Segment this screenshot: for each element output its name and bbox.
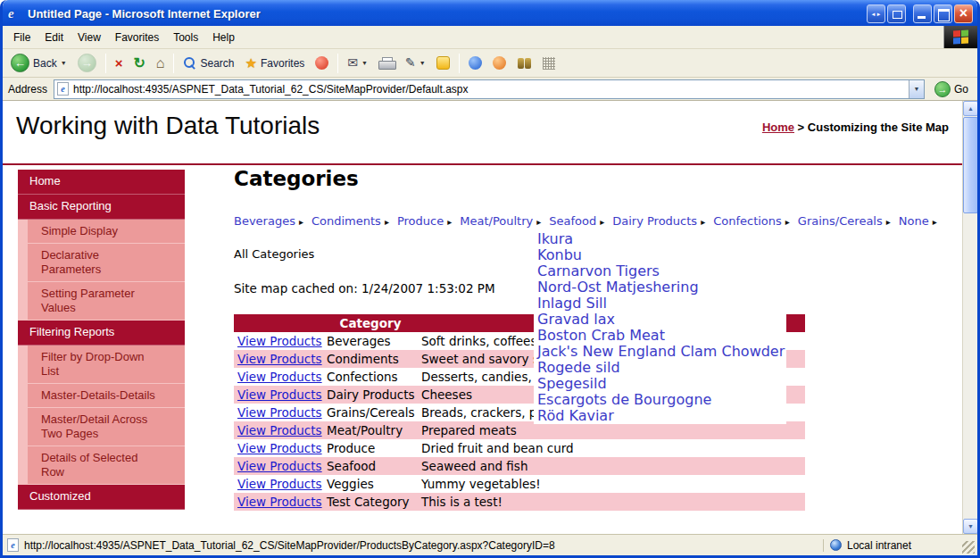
go-button[interactable]: → Go — [931, 81, 972, 97]
toolbar: ← Back ▼ → × ↻ ⌂ Search ★ Favorites ✉ ▼ … — [3, 49, 977, 78]
scroll-up-button[interactable]: ▲ — [963, 101, 977, 116]
breadcrumb-home-link[interactable]: Home — [762, 121, 794, 134]
flyout-item[interactable]: Carnarvon Tigers — [537, 263, 786, 279]
edit-button[interactable]: ✎ ▼ — [401, 54, 430, 72]
sidebar-item-filtering-reports[interactable]: Filtering Reports — [18, 321, 185, 346]
view-products-link[interactable]: View Products — [237, 352, 322, 366]
flyout-item[interactable]: Konbu — [537, 247, 786, 263]
category-menu-link[interactable]: Produce — [397, 214, 444, 228]
address-input[interactable]: e http://localhost:4935/ASPNET_Data_Tuto… — [54, 79, 925, 99]
media-button[interactable] — [488, 54, 511, 72]
view-products-link[interactable]: View Products — [237, 387, 322, 402]
sidebar-item-filter-by-drop-down-list[interactable]: Filter by Drop-Down List — [28, 346, 185, 384]
menu-bar: File Edit View Favorites Tools Help — [3, 26, 977, 49]
view-products-link[interactable]: View Products — [237, 459, 322, 473]
minimize-button[interactable] — [913, 4, 932, 23]
history-button[interactable] — [311, 54, 333, 72]
category-menu-link[interactable]: Grains/Cereals — [798, 214, 883, 228]
category-cell: Meat/Poultry — [323, 421, 418, 439]
view-products-link[interactable]: View Products — [237, 405, 322, 420]
menu-favorites[interactable]: Favorites — [108, 27, 166, 48]
category-menu-link[interactable]: Beverages — [234, 214, 295, 228]
category-menu-item[interactable]: Produce — [397, 214, 452, 228]
sidebar-item-details-of-selected-row[interactable]: Details of Selected Row — [28, 446, 185, 485]
view-products-link[interactable]: View Products — [237, 477, 322, 491]
stop-button[interactable]: × — [111, 54, 128, 72]
category-menu-item[interactable]: Seafood — [549, 214, 604, 228]
scroll-thumb[interactable] — [963, 117, 977, 213]
vertical-scrollbar[interactable]: ▲ ▼ — [962, 101, 977, 534]
menu-edit[interactable]: Edit — [37, 27, 71, 48]
back-dropdown-icon: ▼ — [61, 60, 67, 66]
description-cell: This is a test! — [418, 493, 805, 511]
titlebar-extra-button-2[interactable] — [887, 4, 906, 23]
sidebar-item-customized[interactable]: Customized — [18, 485, 185, 510]
sidebar-item-simple-display[interactable]: Simple Display — [28, 220, 185, 244]
scroll-down-button[interactable]: ▼ — [963, 519, 977, 534]
sidebar-item-master-detail-across-two-pages[interactable]: Master/Detail Across Two Pages — [28, 408, 185, 446]
internet-explorer-icon: e — [8, 7, 22, 21]
resize-grip[interactable] — [962, 541, 975, 554]
flyout-item[interactable]: Ikura — [537, 231, 786, 247]
category-menu-link[interactable]: Condiments — [311, 214, 381, 228]
menu-view[interactable]: View — [71, 27, 108, 48]
category-menu-item[interactable]: None — [899, 214, 937, 228]
search-button[interactable]: Search — [179, 54, 238, 72]
category-menu-link[interactable]: Dairy Products — [612, 214, 697, 228]
maximize-button[interactable] — [934, 4, 952, 23]
category-menu-link[interactable]: None — [899, 214, 929, 228]
category-menu-link[interactable]: Confections — [713, 214, 782, 228]
binoculars-icon — [517, 58, 532, 69]
flyout-item[interactable]: Boston Crab Meat — [537, 328, 786, 344]
category-cell: Veggies — [323, 475, 418, 493]
category-menu-item[interactable]: Confections — [713, 214, 790, 228]
flyout-item[interactable]: Escargots de Bourgogne — [537, 392, 786, 408]
security-zone-panel: Local intranet — [823, 539, 957, 552]
category-menu-item[interactable]: Dairy Products — [612, 214, 705, 228]
back-button[interactable]: ← Back ▼ — [6, 51, 71, 75]
view-products-link[interactable]: View Products — [237, 495, 322, 509]
view-products-link[interactable]: View Products — [237, 441, 322, 455]
mail-button[interactable]: ✉ ▼ — [343, 54, 372, 72]
sidebar-item-master-details-details[interactable]: Master-Details-Details — [28, 384, 185, 408]
close-button[interactable] — [954, 4, 973, 23]
menu-tools[interactable]: Tools — [166, 27, 205, 48]
view-products-link[interactable]: View Products — [237, 334, 322, 348]
category-menu-item[interactable]: Beverages — [234, 214, 303, 228]
find-button[interactable] — [512, 55, 536, 71]
submenu-arrow-icon — [933, 214, 937, 228]
messenger-button[interactable] — [432, 54, 454, 72]
view-products-link[interactable]: View Products — [237, 423, 322, 437]
flyout-item[interactable]: Spegesild — [537, 376, 786, 392]
menu-help[interactable]: Help — [205, 27, 242, 48]
msn-button[interactable] — [464, 54, 486, 72]
menu-file[interactable]: File — [6, 27, 37, 48]
select-grid-button[interactable] — [538, 54, 560, 72]
print-button[interactable] — [374, 54, 399, 72]
favorites-button[interactable]: ★ Favorites — [241, 54, 310, 72]
flyout-item[interactable]: Rogede sild — [537, 360, 786, 376]
flyout-item[interactable]: Gravad lax — [537, 312, 786, 328]
flyout-item[interactable]: Inlagd Sill — [537, 296, 786, 312]
view-products-link[interactable]: View Products — [237, 370, 322, 384]
address-dropdown-button[interactable]: ▼ — [909, 80, 924, 98]
titlebar-extra-button-1[interactable] — [867, 4, 885, 23]
category-menu-item[interactable]: Grains/Cereals — [798, 214, 891, 228]
table-row: View ProductsTest CategoryThis is a test… — [234, 493, 805, 511]
category-menu-item[interactable]: Meat/Poultry — [460, 214, 541, 228]
globe-icon — [830, 539, 842, 551]
refresh-button[interactable]: ↻ — [129, 54, 149, 72]
home-icon: ⌂ — [156, 56, 165, 70]
flyout-item[interactable]: Jack's New England Clam Chowder — [537, 344, 786, 360]
home-button[interactable]: ⌂ — [152, 54, 170, 72]
forward-button[interactable]: → — [73, 51, 101, 75]
sidebar-item-declarative-parameters[interactable]: Declarative Parameters — [28, 244, 185, 282]
flyout-item[interactable]: Nord-Ost Matjeshering — [537, 279, 786, 296]
sidebar-item-basic-reporting[interactable]: Basic Reporting — [18, 195, 185, 220]
sidebar-item-setting-parameter-values[interactable]: Setting Parameter Values — [28, 282, 185, 321]
category-menu-link[interactable]: Seafood — [549, 214, 596, 228]
flyout-item[interactable]: Röd Kaviar — [537, 408, 786, 424]
category-menu-item[interactable]: Condiments — [311, 214, 389, 228]
sidebar-item-home[interactable]: Home — [18, 170, 185, 195]
category-menu-link[interactable]: Meat/Poultry — [460, 214, 533, 228]
